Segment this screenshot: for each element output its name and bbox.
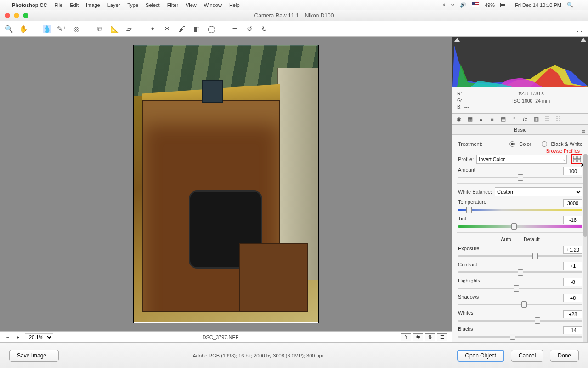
target-adjust-icon[interactable]: ◎ bbox=[72, 25, 80, 33]
treatment-color-radio[interactable] bbox=[509, 141, 515, 147]
shadow-clip-icon[interactable] bbox=[454, 38, 460, 42]
input-source-flag-icon[interactable] bbox=[472, 2, 479, 7]
temperature-slider[interactable] bbox=[458, 209, 582, 211]
open-object-button[interactable]: Open Object bbox=[457, 350, 504, 362]
auto-link[interactable]: Auto bbox=[501, 236, 511, 242]
preview-pane: − + 20.1% DSC_3797.NEF Y ⇆ ⇅ ☲ bbox=[0, 37, 452, 342]
save-image-button[interactable]: Save Image... bbox=[9, 350, 59, 362]
treatment-bw-radio[interactable] bbox=[542, 141, 547, 147]
menu-edit[interactable]: Edit bbox=[70, 2, 79, 8]
slider-track[interactable] bbox=[458, 288, 582, 289]
menu-filter[interactable]: Filter bbox=[167, 2, 178, 8]
hand-tool-icon[interactable]: ✋ bbox=[19, 25, 28, 33]
amount-slider[interactable] bbox=[458, 177, 582, 178]
image-preview[interactable] bbox=[133, 45, 319, 323]
bluetooth-icon[interactable]: ⌖ bbox=[443, 2, 446, 8]
adjustment-brush-icon[interactable]: 🖌 bbox=[178, 25, 186, 33]
rotate-ccw-icon[interactable]: ↺ bbox=[245, 25, 254, 33]
profile-label: Profile: bbox=[458, 156, 474, 162]
treatment-bw-label[interactable]: Black & White bbox=[551, 141, 582, 147]
exif-readout: f/2.8 1/30 s ISO 1600 24 mm bbox=[474, 87, 588, 113]
tab-presets-icon[interactable]: ☰ bbox=[543, 115, 551, 123]
slider-value[interactable] bbox=[563, 278, 582, 286]
slider-value[interactable] bbox=[563, 294, 582, 302]
slider-label: Blacks bbox=[458, 326, 473, 334]
battery-icon[interactable] bbox=[500, 3, 509, 7]
volume-icon[interactable]: 🔊 bbox=[460, 2, 466, 8]
redeye-tool-icon[interactable]: 👁 bbox=[163, 25, 171, 33]
spotlight-icon[interactable]: 🔍 bbox=[567, 2, 573, 8]
histogram[interactable] bbox=[452, 37, 588, 87]
graduated-filter-icon[interactable]: ◧ bbox=[192, 25, 201, 33]
tint-label: Tint bbox=[458, 216, 466, 224]
preferences-icon[interactable]: ≣ bbox=[231, 25, 239, 33]
done-button[interactable]: Done bbox=[550, 350, 579, 362]
menubar-datetime[interactable]: Fri Dec 14 10:10 PM bbox=[515, 2, 561, 8]
transform-tool-icon[interactable]: ▱ bbox=[125, 25, 133, 33]
svg-rect-2 bbox=[573, 160, 577, 162]
workflow-options-link[interactable]: Adobe RGB (1998); 16 bit; 2000 by 3008 (… bbox=[192, 353, 323, 358]
svg-rect-1 bbox=[577, 156, 581, 159]
slider-value[interactable] bbox=[563, 310, 582, 318]
slider-track[interactable] bbox=[458, 271, 582, 273]
tint-value[interactable] bbox=[563, 216, 582, 224]
panel-title: Basic ≡ bbox=[452, 125, 588, 135]
rotate-cw-icon[interactable]: ↻ bbox=[260, 25, 268, 33]
slider-track[interactable] bbox=[458, 320, 582, 322]
profile-select[interactable]: Invert Color bbox=[476, 155, 567, 164]
slider-label: Exposure bbox=[458, 246, 479, 254]
cancel-button[interactable]: Cancel bbox=[511, 350, 543, 362]
menu-list-icon[interactable]: ☰ bbox=[579, 2, 583, 8]
wifi-icon[interactable]: ⌔ bbox=[451, 2, 454, 8]
slider-value[interactable] bbox=[563, 262, 582, 270]
panel-scrollbar[interactable] bbox=[583, 154, 588, 342]
tab-tone-curve-icon[interactable]: ▦ bbox=[466, 115, 474, 123]
amount-value[interactable] bbox=[563, 167, 582, 175]
default-link[interactable]: Default bbox=[524, 236, 540, 242]
tab-calibration-icon[interactable]: ▥ bbox=[532, 115, 540, 123]
zoom-tool-icon[interactable]: 🔍 bbox=[5, 25, 13, 33]
treatment-color-label[interactable]: Color bbox=[519, 141, 531, 147]
menu-layer[interactable]: Layer bbox=[107, 2, 120, 8]
menu-help[interactable]: Help bbox=[229, 2, 240, 8]
temperature-value[interactable] bbox=[563, 199, 582, 207]
color-sampler-icon[interactable]: ✎⁺ bbox=[57, 25, 66, 33]
radial-filter-icon[interactable]: ◯ bbox=[207, 25, 215, 33]
menu-window[interactable]: Window bbox=[204, 2, 222, 8]
slider-track[interactable] bbox=[458, 336, 582, 338]
camera-raw-toolbar: 🔍 ✋ 💧 ✎⁺ ◎ ⧉ 📐 ▱ ✦ 👁 🖌 ◧ ◯ ≣ ↺ ↻ ⛶ bbox=[0, 21, 588, 37]
battery-percent[interactable]: 49% bbox=[485, 2, 495, 8]
menu-select[interactable]: Select bbox=[146, 2, 160, 8]
menu-image[interactable]: Image bbox=[86, 2, 100, 8]
slider-value[interactable] bbox=[563, 246, 582, 254]
slider-track[interactable] bbox=[458, 255, 582, 257]
window-title: Camera Raw 11.1 – Nikon D100 bbox=[0, 12, 588, 19]
crop-tool-icon[interactable]: ⧉ bbox=[96, 25, 104, 33]
browse-profiles-callout: Browse Profiles bbox=[546, 148, 580, 154]
amount-label: Amount bbox=[458, 167, 475, 175]
macos-menubar: Photoshop CC File Edit Image Layer Type … bbox=[0, 0, 588, 10]
tint-slider[interactable] bbox=[458, 225, 582, 228]
tab-split-toning-icon[interactable]: ▤ bbox=[499, 115, 507, 123]
browse-profiles-button[interactable]: Browse Profiles ➤ bbox=[571, 154, 582, 164]
white-balance-select[interactable]: Custom bbox=[495, 187, 582, 196]
slider-track[interactable] bbox=[458, 304, 582, 305]
tab-lens-icon[interactable]: ⟟ bbox=[510, 115, 518, 123]
menu-view[interactable]: View bbox=[186, 2, 197, 8]
highlight-clip-icon[interactable] bbox=[581, 38, 586, 42]
app-name[interactable]: Photoshop CC bbox=[12, 2, 47, 8]
tab-snapshots-icon[interactable]: ☷ bbox=[554, 115, 562, 123]
white-balance-eyedropper-icon[interactable]: 💧 bbox=[43, 25, 51, 33]
menu-type[interactable]: Type bbox=[127, 2, 138, 8]
menu-file[interactable]: File bbox=[54, 2, 62, 8]
window-titlebar: Camera Raw 11.1 – Nikon D100 bbox=[0, 10, 588, 21]
temperature-label: Temperature bbox=[458, 199, 486, 207]
slider-value[interactable] bbox=[563, 326, 582, 334]
tab-detail-icon[interactable]: ▲ bbox=[477, 115, 485, 123]
tab-effects-icon[interactable]: fx bbox=[521, 115, 529, 123]
tab-basic-icon[interactable]: ◉ bbox=[455, 115, 463, 123]
straighten-tool-icon[interactable]: 📐 bbox=[110, 25, 119, 33]
fullscreen-toggle-icon[interactable]: ⛶ bbox=[575, 25, 583, 33]
spot-removal-icon[interactable]: ✦ bbox=[148, 25, 157, 33]
tab-hsl-icon[interactable]: ≡ bbox=[488, 115, 496, 123]
